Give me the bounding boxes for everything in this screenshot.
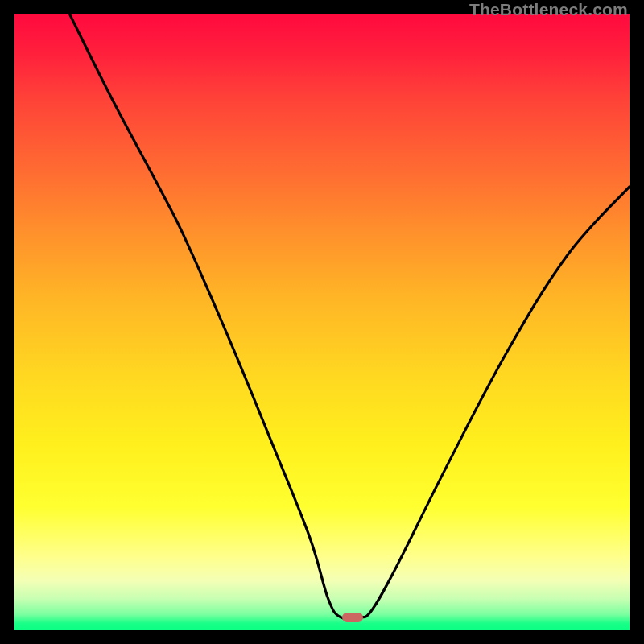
optimal-marker xyxy=(342,613,363,622)
bottleneck-curve-path xyxy=(70,14,630,619)
plot-area xyxy=(14,14,630,630)
curve-svg xyxy=(14,14,630,630)
chart-frame: TheBottleneck.com xyxy=(0,0,644,644)
watermark: TheBottleneck.com xyxy=(469,0,628,19)
